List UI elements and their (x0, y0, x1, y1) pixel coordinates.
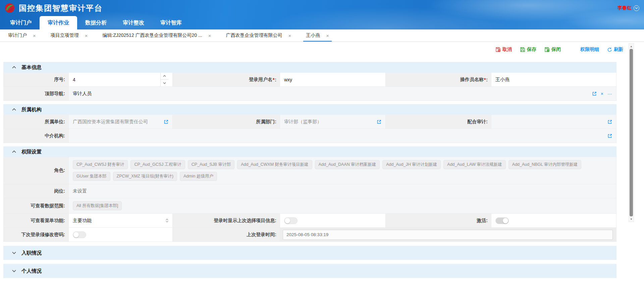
open-lookup-icon[interactable] (607, 120, 612, 124)
active-label: 激活: (386, 214, 491, 228)
section-org[interactable]: 所属机构 (3, 104, 616, 115)
position-label: 岗位: (3, 184, 69, 198)
active-toggle[interactable] (495, 217, 509, 224)
pwd-row: 下次登录须修改密码: 上次登录时间: 2025-08-05 08:33:19 (3, 228, 616, 242)
role-tag: CP_Aud_GCSJ 工程审计 (130, 160, 185, 169)
permission-detail-button[interactable]: 权限明细 (580, 47, 599, 53)
show-last-project-cell (280, 214, 386, 228)
chevron-down-icon (634, 5, 639, 11)
seq-input[interactable]: 4 (69, 73, 173, 87)
main-nav: 审计门户 审计作业 数据分析 审计整改 审计智库 (0, 16, 644, 29)
open-lookup-icon[interactable] (377, 120, 381, 124)
menu-scope-row: 可查看菜单功能: 主要功能 登录时显示上次选择项目信息: 激活: (3, 214, 616, 228)
dept-field: 审计部（监事部） (280, 115, 386, 129)
nav-item-audit-work[interactable]: 审计作业 (40, 16, 77, 29)
co-audit-label: 配合审计: (386, 115, 491, 129)
close-icon[interactable]: × (326, 33, 329, 38)
tab-audit-portal[interactable]: 审计门户 × (1, 29, 43, 42)
username: 李春红 (618, 5, 632, 11)
refresh-icon (607, 47, 612, 52)
role-tag: Admin 超级用户 (180, 172, 217, 181)
open-tabs-bar: 审计门户 × 项目立项管理 × 编辑:ZJ202512 广西农垦企业管理有限公司… (0, 29, 644, 42)
last-login-value: 2025-08-05 08:33:19 (283, 230, 613, 240)
spinner-down-icon[interactable] (161, 79, 168, 86)
more-options-icon[interactable]: ··· (607, 91, 612, 96)
nav-item-audit-portal[interactable]: 审计门户 (2, 16, 40, 29)
top-nav-field[interactable]: 审计人员 × ··· (69, 87, 616, 101)
scroll-down-icon[interactable]: ▼ (629, 216, 634, 222)
top-nav-label: 顶部导航: (3, 87, 69, 101)
tab-gx-nongken-company[interactable]: 广西农垦企业管理有限公司 × (218, 29, 299, 42)
role-tag: CP_Aud_CWSJ 财务审计 (73, 160, 128, 169)
refresh-button[interactable]: 刷新 (607, 47, 623, 53)
open-lookup-icon[interactable] (164, 120, 168, 124)
roles-field: CP_Aud_CWSJ 财务审计 CP_Aud_GCSJ 工程审计 CP_Aud… (69, 157, 616, 184)
form-toolbar: 取消 保存 保闭 权限明细 (3, 42, 644, 57)
close-icon[interactable]: × (208, 33, 211, 38)
role-tag: CP_Aud_SJB 审计部 (188, 160, 234, 169)
must-change-pwd-label: 下次登录须修改密码: (3, 228, 69, 242)
cancel-save-icon (495, 47, 501, 52)
agency-field (69, 129, 616, 143)
chevron-down-icon (12, 270, 16, 272)
open-lookup-icon[interactable] (607, 134, 612, 138)
user-menu[interactable]: 李春红 (618, 5, 639, 11)
must-change-pwd-toggle[interactable] (73, 231, 86, 238)
co-audit-field (491, 115, 616, 129)
close-icon[interactable]: × (33, 33, 36, 38)
app-header: 国控集团智慧审计平台 李春红 审计门户 审计作业 数据分析 审计整改 审计智库 (0, 0, 644, 29)
seq-stepper (160, 73, 168, 86)
tab-project-approval[interactable]: 项目立项管理 × (43, 29, 95, 42)
basic-info-grid: 序号: 4 登录用户名*: wxy 操作员名称*: 王小燕 顶部导航: (3, 73, 616, 101)
chevron-up-icon (12, 150, 16, 153)
section-onboarding[interactable]: 入职情况 (3, 246, 616, 260)
scroll-up-icon[interactable]: ▲ (629, 44, 634, 49)
section-permissions[interactable]: 权限设置 (3, 146, 616, 157)
must-change-pwd-cell (69, 228, 173, 242)
role-tag: ZPCW_XMZ 项目组(财务审计) (113, 172, 177, 181)
nav-item-audit-knowledge[interactable]: 审计智库 (152, 16, 190, 29)
dept-label: 所属部门: (173, 115, 280, 129)
menu-scope-label: 可查看菜单功能: (3, 214, 69, 228)
position-field: 未设置 (69, 184, 616, 198)
save-close-button[interactable]: 保闭 (544, 47, 561, 53)
nav-item-data-analysis[interactable]: 数据分析 (77, 16, 115, 29)
app-window: 国控集团智慧审计平台 李春红 审计门户 审计作业 数据分析 审计整改 审计智库 … (0, 0, 644, 281)
title-bar: 国控集团智慧审计平台 李春红 (0, 0, 644, 16)
data-scope-field: All 所有数据[集团本部] (69, 198, 616, 214)
tab-wang-xiaoyan[interactable]: 王小燕 × (299, 29, 336, 42)
login-name-input[interactable]: wxy (280, 73, 386, 87)
agency-label: 中介机构: (3, 129, 69, 143)
tab-edit-zj202512[interactable]: 编辑:ZJ202512 广西农垦企业管理有限公司20 ... × (95, 29, 219, 42)
seq-label: 序号: (3, 73, 69, 87)
save-icon (520, 47, 525, 52)
nav-item-audit-rectify[interactable]: 审计整改 (115, 16, 152, 29)
show-last-project-toggle[interactable] (284, 217, 298, 224)
menu-scope-select[interactable]: 主要功能 (69, 214, 173, 228)
login-name-label: 登录用户名*: (173, 73, 280, 87)
save-button[interactable]: 保存 (520, 47, 536, 53)
role-tag: GUser 集团本部 (73, 172, 110, 181)
section-personal[interactable]: 个人情况 (3, 264, 616, 278)
scrollbar-thumb[interactable] (630, 49, 633, 216)
unit-field: 广西国控资本运营集团有限责任公司 (69, 115, 173, 129)
brand-logo-icon (5, 3, 15, 13)
spinner-up-icon[interactable] (161, 73, 168, 79)
data-scope-row: 可查看数据范围: All 所有数据[集团本部] (3, 198, 616, 214)
role-tag: Add_Aud_CWXM 财务审计项目新建 (237, 160, 312, 169)
data-scope-label: 可查看数据范围: (3, 198, 69, 214)
operator-name-input[interactable]: 王小燕 (491, 73, 616, 87)
close-icon[interactable]: × (85, 33, 88, 38)
clear-icon[interactable]: × (601, 91, 603, 96)
active-cell (491, 214, 616, 228)
org-grid: 所属单位: 广西国控资本运营集团有限责任公司 所属部门: 审计部（监事部） 配合… (3, 115, 616, 143)
position-row: 岗位: 未设置 (3, 184, 616, 198)
close-icon[interactable]: × (288, 33, 291, 38)
open-lookup-icon[interactable] (592, 91, 597, 96)
roles-row: 角色: CP_Aud_CWSJ 财务审计 CP_Aud_GCSJ 工程审计 CP… (3, 157, 616, 184)
unit-label: 所属单位: (3, 115, 69, 129)
section-basic-info[interactable]: 基本信息 (3, 62, 616, 73)
show-last-project-label: 登录时显示上次选择项目信息: (173, 214, 280, 228)
cancel-button[interactable]: 取消 (495, 47, 512, 53)
vertical-scrollbar[interactable]: ▲ ▼ (629, 43, 634, 222)
